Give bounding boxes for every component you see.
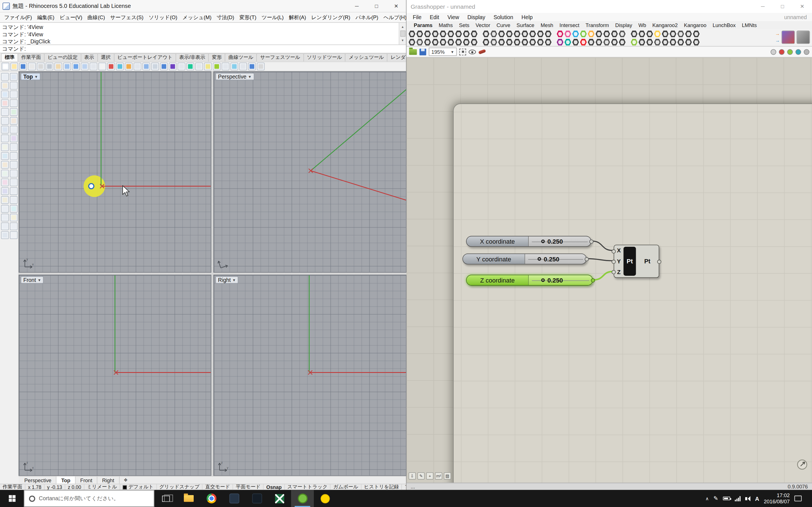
gradient-icon[interactable]	[797, 31, 810, 44]
rhino-toolbar-tab[interactable]: 作業平面	[17, 53, 45, 61]
component-icon[interactable]	[440, 39, 446, 46]
rhino-toolbar-icon[interactable]	[125, 62, 133, 70]
preview-off-icon[interactable]	[804, 49, 809, 55]
rhino-menu-item[interactable]: ビュー(V)	[57, 14, 85, 21]
component-icon[interactable]	[455, 31, 462, 37]
taskbar-app-icon[interactable]	[177, 490, 200, 507]
slider-track[interactable]: 0.250	[529, 275, 592, 285]
component-icon[interactable]	[471, 31, 477, 37]
rhino-tool-icon[interactable]	[1, 73, 9, 81]
output-nub[interactable]	[657, 260, 661, 264]
component-icon[interactable]	[588, 31, 595, 37]
task-view-button[interactable]	[154, 490, 177, 507]
battery-icon[interactable]	[723, 497, 730, 500]
rhino-tool-icon[interactable]	[10, 205, 17, 213]
category-tab[interactable]: Kangaroo	[681, 22, 710, 28]
rhino-tool-icon[interactable]	[1, 223, 9, 230]
category-tab[interactable]: Maths	[436, 22, 456, 28]
rhino-tool-icon[interactable]	[1, 117, 9, 125]
open-file-icon[interactable]	[409, 49, 417, 55]
viewport-top[interactable]: Top ▼ yx	[18, 71, 211, 272]
rhino-toolbar-icon[interactable]	[186, 62, 194, 70]
component-icon[interactable]	[639, 31, 645, 37]
rhino-toolbar-icon[interactable]	[54, 62, 62, 70]
component-icon[interactable]	[432, 31, 439, 37]
component-icon[interactable]	[611, 39, 618, 46]
rhino-tool-icon[interactable]	[10, 144, 17, 151]
input-nub-y[interactable]	[612, 260, 616, 264]
close-button[interactable]: ✕	[792, 0, 812, 13]
rhino-toolbar-icon[interactable]	[116, 62, 124, 70]
category-tab[interactable]: Display	[612, 22, 635, 28]
maximize-button[interactable]: □	[772, 0, 792, 13]
grasshopper-menu-item[interactable]: Help	[517, 14, 537, 20]
category-tab[interactable]: Vector	[472, 22, 493, 28]
publish-arrows-icon[interactable]: →→	[775, 31, 780, 44]
rhino-menu-item[interactable]: メッシュ(M)	[180, 14, 214, 21]
viewport-page-tab[interactable]: Right	[98, 476, 119, 484]
grasshopper-menu-item[interactable]: Edit	[426, 14, 444, 20]
component-icon[interactable]	[506, 31, 513, 37]
output-nub[interactable]	[585, 257, 589, 262]
rhino-tool-icon[interactable]	[10, 126, 17, 133]
slider-track[interactable]: 0.250	[525, 254, 586, 264]
rhino-toolbar-icon[interactable]	[160, 62, 168, 70]
canvas-mini-icon[interactable]: +	[426, 472, 434, 480]
record-icon[interactable]	[779, 49, 784, 55]
command-input[interactable]	[28, 45, 406, 53]
viewport-page-tab[interactable]: Perspective	[20, 476, 57, 484]
rhino-toolbar-tab[interactable]: 曲線ツール	[225, 53, 257, 61]
status-toggle[interactable]: 平面モード	[233, 484, 264, 490]
component-icon[interactable]	[654, 31, 661, 37]
taskbar-app-icon[interactable]	[223, 490, 246, 507]
component-icon[interactable]	[529, 39, 536, 46]
rhino-toolbar-icon[interactable]	[169, 62, 177, 70]
grasshopper-canvas[interactable]: X coordinate 0.250 Y coordinate 0.250	[407, 57, 812, 483]
rhino-toolbar-tab[interactable]: レンダリングツール	[387, 53, 406, 61]
component-icon[interactable]	[522, 31, 528, 37]
rhino-tool-icon[interactable]	[1, 205, 9, 213]
canvas-mini-icon[interactable]: m²	[435, 472, 442, 480]
rhino-toolbar-icon[interactable]	[90, 62, 98, 70]
viewport-perspective[interactable]: Perspective ▼	[213, 71, 407, 272]
rhino-tool-icon[interactable]	[10, 214, 17, 222]
component-icon[interactable]	[670, 31, 676, 37]
component-icon[interactable]	[611, 31, 618, 37]
preview-wire-icon[interactable]	[787, 49, 793, 55]
rhino-menu-item[interactable]: 編集(E)	[35, 14, 57, 21]
component-icon[interactable]	[670, 39, 676, 46]
preview-shaded-icon[interactable]	[795, 49, 801, 55]
rhino-toolbar-icon[interactable]	[142, 62, 150, 70]
grasshopper-menu-item[interactable]: Solution	[490, 14, 517, 20]
rhino-toolbar-tab[interactable]: 表示	[81, 53, 98, 61]
component-icon[interactable]	[440, 31, 446, 37]
rhino-tool-icon[interactable]	[10, 100, 17, 107]
rhino-toolbar-tab[interactable]: 選択	[97, 53, 114, 61]
rhino-tool-icon[interactable]	[10, 73, 17, 81]
rhino-tool-icon[interactable]	[10, 161, 17, 169]
ime-indicator[interactable]: A	[755, 496, 759, 502]
rhino-toolbar-icon[interactable]	[248, 62, 256, 70]
rhino-toolbar-icon[interactable]	[177, 62, 186, 70]
component-icon[interactable]	[572, 39, 579, 46]
rhino-tool-icon[interactable]	[10, 152, 17, 160]
rhino-toolbar-icon[interactable]	[221, 62, 230, 70]
rhino-tool-icon[interactable]	[1, 152, 9, 160]
rhino-menu-item[interactable]: レンダリング(R)	[309, 14, 353, 21]
viewport-front-canvas[interactable]	[19, 275, 211, 475]
rhino-menu-item[interactable]: ヘルプ(H)	[381, 14, 406, 21]
viewport-front[interactable]: Front ▼ zx	[18, 275, 211, 476]
pen-icon[interactable]: ✎	[714, 495, 718, 502]
input-nub-z[interactable]	[612, 270, 616, 274]
component-icon[interactable]	[545, 39, 552, 46]
component-icon[interactable]	[693, 31, 700, 37]
component-icon[interactable]	[631, 39, 638, 46]
component-icon[interactable]	[424, 31, 431, 37]
component-icon[interactable]	[639, 39, 645, 46]
point-component[interactable]: X Y Z Pt Pt	[614, 245, 659, 278]
viewport-right[interactable]: Right ▼ zy	[213, 275, 407, 476]
component-icon[interactable]	[646, 31, 653, 37]
rhino-tool-icon[interactable]	[1, 170, 9, 177]
grasshopper-menu-item[interactable]: Display	[463, 14, 490, 20]
component-icon[interactable]	[483, 39, 490, 46]
